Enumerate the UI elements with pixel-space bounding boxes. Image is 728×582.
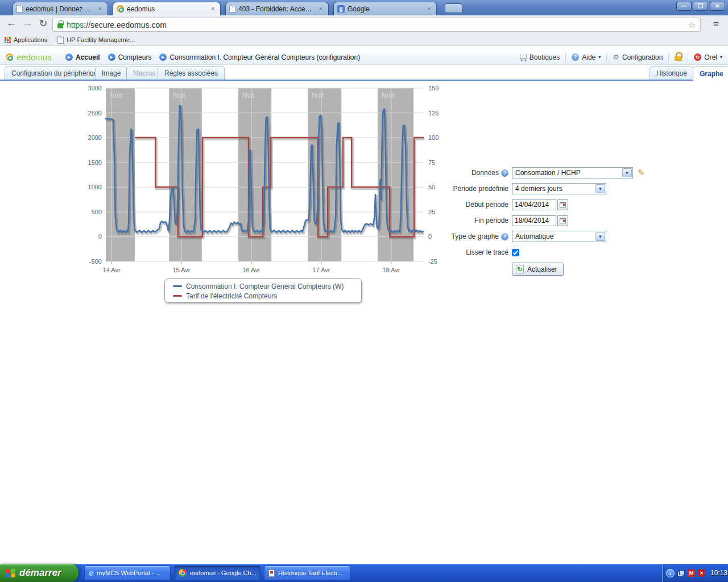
- chevron-down-icon: ▾: [598, 55, 601, 60]
- svg-text:2000: 2000: [88, 134, 102, 141]
- menu-configuration[interactable]: ⚙ Configuration: [613, 53, 663, 61]
- menu-user[interactable]: O Orel ▾: [694, 53, 722, 61]
- browser-tab-4[interactable]: g Google ×: [333, 2, 437, 15]
- minimize-button[interactable]: —: [676, 2, 692, 11]
- https-lock-icon: [57, 23, 63, 28]
- taskbar-button-eedomus-active[interactable]: eedomus - Google Ch...: [174, 566, 260, 580]
- legend-item-consumption[interactable]: Consommation I. Compteur Général Compteu…: [173, 281, 361, 291]
- breadcrumb-compteurs[interactable]: ▶ Compteurs: [108, 53, 152, 61]
- page-icon: [57, 36, 64, 44]
- new-tab-button[interactable]: [445, 3, 463, 13]
- debut-date-input[interactable]: [512, 199, 556, 210]
- tab-historique[interactable]: Historique: [650, 66, 694, 80]
- svg-text:3000: 3000: [88, 85, 102, 92]
- tab-close-icon[interactable]: ×: [425, 5, 433, 13]
- eedomus-logo[interactable]: eedomus: [6, 52, 65, 62]
- browser-tab-2-active[interactable]: eedomus ×: [113, 2, 221, 15]
- bookmark-item[interactable]: HP Facility Manageme...: [57, 36, 135, 44]
- svg-text:-25: -25: [428, 258, 437, 265]
- type-graphe-select[interactable]: Automatique ▼: [512, 231, 606, 242]
- svg-text:125: 125: [428, 110, 439, 117]
- apps-shortcut[interactable]: Applications: [5, 36, 47, 43]
- mcafee-icon[interactable]: M: [688, 569, 695, 577]
- breadcrumb-arrow-icon: ▶: [65, 53, 73, 61]
- svg-text:Nuit: Nuit: [173, 92, 185, 99]
- dropdown-arrow-icon[interactable]: ▼: [622, 168, 632, 177]
- bookmarks-bar: Applications HP Facility Manageme...: [0, 34, 728, 46]
- network-icon[interactable]: [677, 570, 685, 576]
- menu-aide[interactable]: ? Aide ▾: [572, 53, 601, 61]
- type-label: Type de graphe ?: [448, 232, 508, 240]
- breadcrumb-device[interactable]: ▶ Consommation I. Compteur Général Compt…: [159, 53, 360, 61]
- tab-title: eedomus: [127, 5, 206, 13]
- breadcrumb-accueil[interactable]: ▶ Accueil: [65, 53, 100, 61]
- chrome-menu-icon[interactable]: ≡: [708, 18, 725, 31]
- dropdown-arrow-icon[interactable]: ▼: [595, 232, 605, 241]
- breadcrumb-arrow-icon: ▶: [159, 53, 167, 61]
- lisser-checkbox[interactable]: [512, 249, 519, 256]
- tab-close-icon[interactable]: ×: [317, 5, 325, 13]
- reload-button[interactable]: ↻: [36, 17, 50, 30]
- fin-date-input[interactable]: [512, 215, 556, 226]
- row-debut: Début période: [448, 199, 659, 210]
- calendar-button[interactable]: [557, 215, 568, 226]
- browser-tab-3[interactable]: 403 - Forbidden: Access is d ×: [225, 2, 329, 15]
- tab-configuration-peripherique[interactable]: Configuration du périphérique: [5, 66, 108, 80]
- separator: [668, 53, 669, 61]
- start-button[interactable]: démarrer: [0, 564, 78, 582]
- back-button[interactable]: ←: [5, 17, 18, 29]
- svg-text:0: 0: [98, 233, 102, 240]
- tab-graphe-active[interactable]: Graphe: [693, 66, 728, 81]
- taskbar-button-mymcs[interactable]: e myMCS WebPortal - ...: [84, 566, 171, 580]
- document-icon: [268, 569, 275, 577]
- taskbar-button-historique[interactable]: Historique Tarif Electr...: [264, 566, 350, 580]
- row-type: Type de graphe ? Automatique ▼: [448, 231, 659, 242]
- url-text: https://secure.eedomus.com: [67, 20, 167, 30]
- address-bar[interactable]: https://secure.eedomus.com ☆: [52, 18, 701, 32]
- menu-lock[interactable]: [675, 53, 682, 61]
- windows-taskbar: démarrer e myMCS WebPortal - ... eedomus…: [0, 564, 728, 582]
- edit-pencil-icon[interactable]: ✎: [638, 168, 645, 178]
- header-menu: Boutiques ? Aide ▾ ⚙ Configuration O Ore…: [520, 53, 728, 61]
- refresh-icon: ↻: [516, 265, 524, 273]
- menu-boutiques[interactable]: Boutiques: [520, 53, 560, 61]
- tab-macros: Macros: [126, 66, 162, 80]
- tab-close-icon[interactable]: ×: [96, 5, 104, 13]
- tab-close-icon[interactable]: ×: [209, 5, 217, 13]
- close-window-button[interactable]: ✕: [710, 2, 725, 11]
- calendar-button[interactable]: [557, 199, 568, 210]
- security-shield-icon[interactable]: ✕: [698, 569, 705, 577]
- separator: [606, 53, 607, 61]
- forward-button[interactable]: →: [20, 17, 34, 29]
- restore-button[interactable]: ❐: [693, 2, 708, 11]
- windows-logo-icon: [6, 568, 15, 577]
- separator: [688, 53, 688, 61]
- tabs-underline: [0, 80, 728, 81]
- help-icon[interactable]: ?: [501, 233, 508, 240]
- help-icon[interactable]: ?: [501, 169, 508, 177]
- bookmark-star-icon[interactable]: ☆: [688, 20, 696, 30]
- actualiser-button[interactable]: ↻ Actualiser: [512, 263, 564, 276]
- svg-text:2500: 2500: [88, 110, 102, 117]
- legend-swatch-blue: [173, 285, 182, 287]
- page-content: eedomus ▶ Accueil ▶ Compteurs ▶ Consomma…: [0, 46, 728, 564]
- browser-titlebar: eedomus | Donnez de l'intelli × eedomus …: [0, 0, 728, 15]
- debut-label: Début période: [448, 201, 508, 209]
- calendar-icon: [560, 202, 566, 207]
- lisser-label: Lisser le tracé: [448, 248, 508, 256]
- tab-image[interactable]: Image: [95, 66, 127, 80]
- dropdown-arrow-icon[interactable]: ▼: [595, 184, 605, 193]
- page-favicon: [229, 5, 235, 13]
- donnees-select[interactable]: Consomation / HCHP ▼: [512, 167, 633, 178]
- svg-text:18 Avr: 18 Avr: [383, 267, 400, 273]
- periode-select[interactable]: 4 derniers jours ▼: [512, 183, 606, 194]
- tab-regles-associees[interactable]: Règles associées: [158, 66, 225, 80]
- tray-chevron-icon[interactable]: ‹: [666, 569, 675, 577]
- tab-title: 403 - Forbidden: Access is d: [238, 5, 314, 13]
- breadcrumb-arrow-icon: ▶: [108, 53, 115, 61]
- svg-text:25: 25: [428, 209, 435, 215]
- graph-settings-panel: Données ? Consomation / HCHP ▼ ✎ Période…: [448, 167, 659, 280]
- browser-tab-1[interactable]: eedomus | Donnez de l'intelli ×: [13, 2, 108, 15]
- row-donnees: Données ? Consomation / HCHP ▼ ✎: [448, 167, 659, 178]
- legend-item-tariff[interactable]: Tarif de l'électricité Compteurs: [173, 291, 361, 301]
